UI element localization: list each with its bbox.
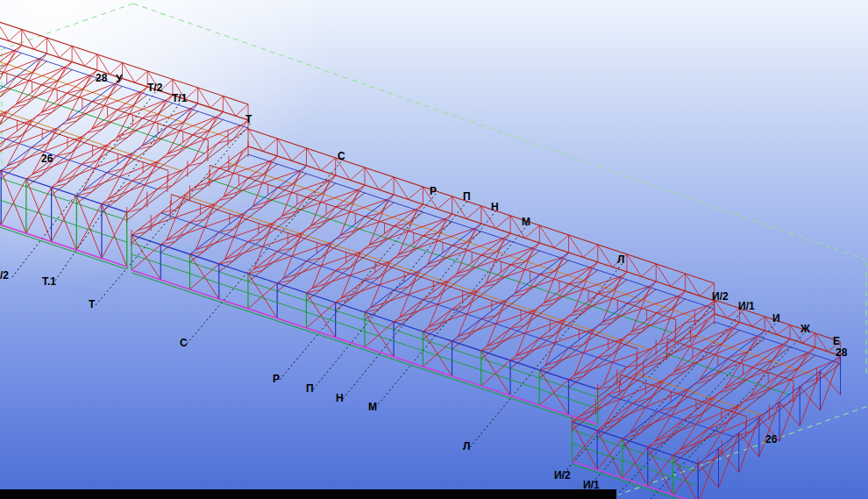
model-viewport[interactable]: 28УТ/2Т/1ТСРПНМЛИ/2И/1ИЖЕ282626/2Т.1ТСРП… [0,0,868,499]
bottom-window-bar [0,489,616,499]
structure-wireframe [0,0,868,499]
